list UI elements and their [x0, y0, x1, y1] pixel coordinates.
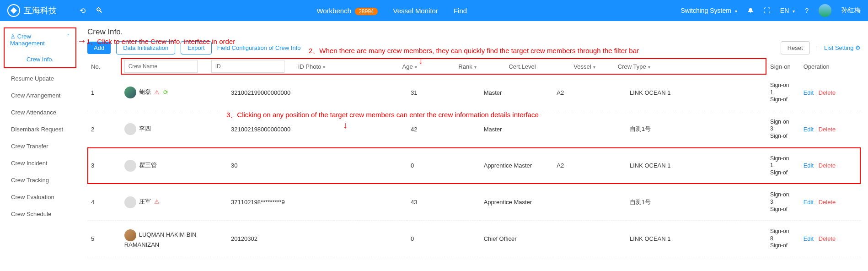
data-init-button[interactable]: Data Initialization	[116, 41, 175, 54]
topbar: 互海科技 ⟲ 🔍︎ Workbench 28994 Vessel Monitor…	[0, 0, 868, 21]
top-left-icons: ⟲ 🔍︎	[80, 6, 103, 15]
cell-crew-type	[699, 221, 766, 257]
cell-vessel: LINK OCEAN 1	[626, 221, 699, 257]
table-row[interactable]: 1鲍磊 ⚠ ⟳32100219900000000031MasterA2LINK …	[87, 75, 861, 111]
id-filter[interactable]	[211, 60, 284, 73]
export-button[interactable]: Export	[181, 41, 212, 54]
sidebar-item-crew-incident[interactable]: Crew Incident	[0, 155, 80, 172]
th-id-photo[interactable]: ID Photo▾	[298, 63, 358, 70]
toolbar: Add Data Initialization Export Field Con…	[87, 41, 861, 54]
nav-workbench[interactable]: Workbench 28994	[316, 7, 377, 15]
cell-vessel: LINK OCEAN 1	[626, 147, 699, 184]
edit-link[interactable]: Edit	[804, 199, 814, 206]
nav-vessel-monitor[interactable]: Vessel Monitor	[393, 7, 438, 15]
cell-age: 43	[407, 184, 480, 221]
crew-avatar-icon	[124, 160, 136, 172]
cell-age: 31	[407, 75, 480, 111]
cell-id-photo	[334, 111, 407, 147]
cell-cert: A2	[553, 75, 626, 111]
cell-id-photo	[334, 75, 407, 111]
cell-sign-on: Sign-on8Sign-of	[766, 221, 800, 257]
warning-icon: ⚠	[154, 198, 160, 205]
add-button[interactable]: Add	[87, 42, 111, 54]
cell-id: 371102198*********9	[227, 184, 334, 221]
cell-id: 20120302	[227, 221, 334, 257]
cell-name: 庄军 ⚠	[121, 184, 227, 221]
cell-no: 2	[87, 111, 121, 147]
delete-link[interactable]: Delete	[819, 162, 836, 169]
nav-find[interactable]: Find	[454, 7, 467, 15]
avatar[interactable]	[819, 4, 831, 17]
cell-name: LUQMAN HAKIM BIN RAMANIZAN	[121, 221, 227, 257]
table-row[interactable]: 2李四32100219800000000042Master自测1号Sign-on…	[87, 111, 861, 147]
th-vessel[interactable]: Vessel▾	[536, 63, 595, 70]
field-config-link[interactable]: Field Configuration of Crew Info	[217, 44, 301, 51]
filter-bar: ID Photo▾ Age▾ Rank▾ Cert.Level Vessel▾ …	[121, 58, 766, 75]
cell-no: 5	[87, 221, 121, 257]
cell-rank: Chief Officer	[480, 221, 553, 257]
cell-age: 0	[407, 221, 480, 257]
cell-rank: Master	[480, 111, 553, 147]
sidebar-item-crew-arrangement[interactable]: Crew Arrangement	[0, 87, 80, 104]
brand-text: 互海科技	[24, 5, 57, 16]
sidebar-item-crew-info[interactable]: Crew Info.	[5, 51, 75, 67]
edit-link[interactable]: Edit	[804, 235, 814, 242]
bell-icon[interactable]: 🔔︎	[747, 7, 754, 14]
th-age[interactable]: Age▾	[358, 63, 417, 70]
reset-button[interactable]: Reset	[781, 41, 810, 54]
workbench-badge: 28994	[355, 8, 377, 15]
cell-vessel: 自测1号	[626, 111, 699, 147]
switch-system[interactable]: Switching System ▾	[680, 7, 737, 14]
sidebar-item-resume-update[interactable]: Resume Update	[0, 70, 80, 87]
edit-link[interactable]: Edit	[804, 162, 814, 169]
sidebar: ♙ Crew Management ˅ Crew Info. Resume Up…	[0, 21, 80, 257]
cell-cert: A2	[553, 147, 626, 184]
sidebar-item-crew-schedule[interactable]: Crew Schedule	[0, 206, 80, 222]
edit-link[interactable]: Edit	[804, 89, 814, 96]
delete-link[interactable]: Delete	[819, 199, 836, 206]
username[interactable]: 孙红梅	[841, 6, 861, 15]
sidebar-item-crew-tracking[interactable]: Crew Tracking	[0, 172, 80, 189]
cell-operation: Edit | Delete	[800, 111, 861, 147]
back-icon[interactable]: ⟲	[80, 6, 86, 15]
th-cert: Cert.Level	[477, 63, 536, 70]
cell-vessel: LINK OCEAN 1	[626, 75, 699, 111]
table-row[interactable]: 4庄军 ⚠371102198*********943Apprentice Mas…	[87, 184, 861, 221]
cell-name: 鲍磊 ⚠ ⟳	[121, 75, 227, 111]
delete-link[interactable]: Delete	[819, 89, 836, 96]
sidebar-item-crew-attendance[interactable]: Crew Attendance	[0, 104, 80, 121]
th-sign-on: Sign-on	[766, 58, 800, 75]
delete-link[interactable]: Delete	[819, 235, 836, 242]
cell-rank: Master	[480, 75, 553, 111]
cell-no: 3	[87, 147, 121, 184]
th-rank[interactable]: Rank▾	[417, 63, 477, 70]
cell-sign-on: Sign-on3Sign-of	[766, 111, 800, 147]
sidebar-item-crew-evaluation[interactable]: Crew Evaluation	[0, 189, 80, 206]
cell-sign-on: Sign-on3Sign-of	[766, 184, 800, 221]
cell-crew-type	[699, 75, 766, 111]
sidebar-item-disembark-request[interactable]: Disembark Request	[0, 121, 80, 138]
cell-crew-type	[699, 111, 766, 147]
help-icon[interactable]: ?	[805, 7, 809, 14]
fullscreen-icon[interactable]: ⛶	[764, 7, 770, 14]
cell-sign-on: Sign-on1Sign-of	[766, 75, 800, 111]
logo-icon	[7, 4, 20, 17]
cell-no: 4	[87, 184, 121, 221]
crew-avatar-icon	[124, 196, 136, 208]
crew-name-filter[interactable]	[124, 60, 198, 73]
warning-icon: ⚠	[154, 89, 160, 96]
th-crew-type[interactable]: Crew Type▾	[595, 63, 650, 70]
cell-id: 30	[227, 147, 334, 184]
sidebar-group-header[interactable]: ♙ Crew Management ˅	[5, 28, 75, 51]
table-row[interactable]: 5LUQMAN HAKIM BIN RAMANIZAN201203020Chie…	[87, 221, 861, 257]
delete-link[interactable]: Delete	[819, 126, 836, 133]
lang-switch[interactable]: EN ▾	[780, 7, 795, 14]
crew-avatar-icon	[124, 123, 136, 135]
list-setting-link[interactable]: List Setting ⚙	[824, 44, 861, 51]
sidebar-item-crew-transfer[interactable]: Crew Transfer	[0, 138, 80, 155]
th-operation: Operation	[800, 58, 861, 75]
search-icon[interactable]: 🔍︎	[96, 6, 103, 15]
cell-age: 42	[407, 111, 480, 147]
table-row[interactable]: 3瞿三管300Apprentice MasterA2LINK OCEAN 1Si…	[87, 147, 861, 184]
edit-link[interactable]: Edit	[804, 126, 814, 133]
